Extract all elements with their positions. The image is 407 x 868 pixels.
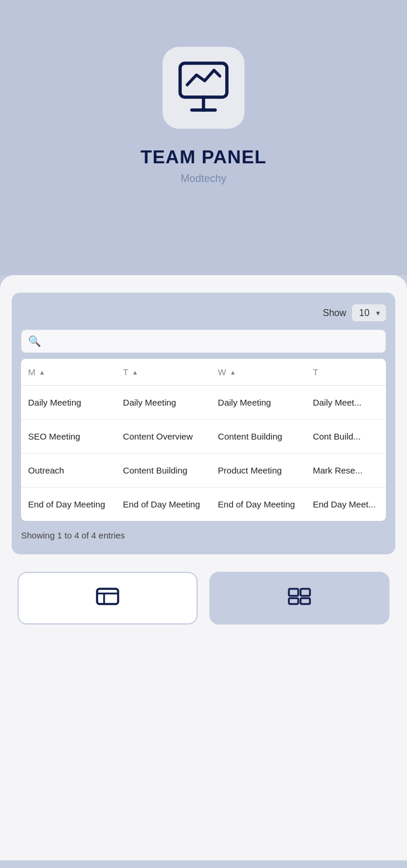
svg-rect-7: [289, 589, 298, 596]
table-row: OutreachContent BuildingProduct MeetingM…: [21, 454, 386, 488]
cell-M-3: End of Day Meeting: [21, 488, 116, 522]
show-select-wrapper[interactable]: 5 10 25 50: [352, 304, 386, 321]
cell-T-0: Daily Meeting: [116, 386, 211, 420]
table-footer: Showing 1 to 4 of 4 entries: [21, 530, 386, 540]
col-label-T2: T: [313, 367, 318, 377]
svg-rect-10: [301, 598, 310, 604]
bottom-buttons: [12, 572, 395, 625]
table-row: Daily MeetingDaily MeetingDaily MeetingD…: [21, 386, 386, 420]
search-icon: 🔍: [28, 335, 41, 348]
btn-1-icon: [96, 588, 119, 609]
col-header-T1[interactable]: T ▲: [116, 359, 211, 386]
show-select[interactable]: 5 10 25 50: [352, 304, 386, 321]
app-subtitle: Modtechy: [181, 173, 226, 185]
bottom-btn-2[interactable]: [209, 572, 389, 625]
col-label-W: W: [218, 367, 226, 377]
svg-rect-4: [97, 589, 118, 604]
cell-T-3: End of Day Meeting: [116, 488, 211, 522]
cell-W-0: Daily Meeting: [211, 386, 306, 420]
sort-arrow-M: ▲: [39, 369, 46, 376]
col-header-T2[interactable]: T: [306, 359, 386, 386]
cell-W-1: Content Building: [211, 420, 306, 454]
cell-M-2: Outreach: [21, 454, 116, 488]
col-label-M: M: [28, 367, 36, 377]
cell-M-1: SEO Meeting: [21, 420, 116, 454]
cell-W-2: Product Meeting: [211, 454, 306, 488]
cell-T2-1: Cont Build...: [306, 420, 386, 454]
table-row: SEO MeetingContent OverviewContent Build…: [21, 420, 386, 454]
show-controls: Show 5 10 25 50: [21, 304, 386, 321]
table-row: End of Day MeetingEnd of Day MeetingEnd …: [21, 488, 386, 522]
cell-T-1: Content Overview: [116, 420, 211, 454]
btn-2-icon: [288, 588, 311, 609]
sort-arrow-W: ▲: [230, 369, 236, 376]
table-outer: M ▲ T ▲: [21, 359, 386, 521]
col-header-M[interactable]: M ▲: [21, 359, 116, 386]
app-icon: [163, 47, 244, 129]
cell-W-3: End of Day Meeting: [211, 488, 306, 522]
sort-arrow-T1: ▲: [132, 369, 138, 376]
bottom-btn-1[interactable]: [18, 572, 198, 625]
data-table: M ▲ T ▲: [21, 359, 386, 521]
show-label: Show: [323, 308, 346, 318]
cell-T2-2: Mark Rese...: [306, 454, 386, 488]
cell-T2-0: Daily Meet...: [306, 386, 386, 420]
svg-rect-8: [301, 589, 310, 596]
app-title: TEAM PANEL: [140, 146, 267, 168]
entries-count: Showing 1 to 4 of 4 entries: [21, 530, 125, 540]
col-header-W[interactable]: W ▲: [211, 359, 306, 386]
main-section: Show 5 10 25 50 🔍: [0, 275, 407, 860]
svg-rect-9: [289, 598, 298, 604]
col-label-T1: T: [123, 367, 128, 377]
table-scroll-wrapper: M ▲ T ▲: [21, 359, 386, 521]
search-wrapper: 🔍: [21, 330, 386, 353]
table-container: Show 5 10 25 50 🔍: [12, 293, 395, 554]
header-section: TEAM PANEL Modtechy: [0, 0, 407, 275]
cell-M-0: Daily Meeting: [21, 386, 116, 420]
search-input[interactable]: [21, 330, 386, 353]
cell-T2-3: End Day Meet...: [306, 488, 386, 522]
cell-T-2: Content Building: [116, 454, 211, 488]
table-header-row: M ▲ T ▲: [21, 359, 386, 386]
